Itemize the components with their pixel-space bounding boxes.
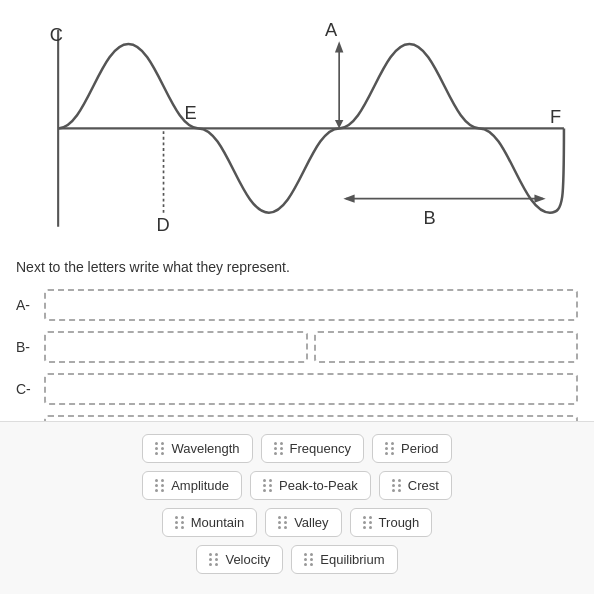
chip-peak-to-peak[interactable]: Peak-to-Peak bbox=[250, 471, 371, 500]
drag-handle-trough bbox=[363, 516, 373, 529]
answer-row-c: C- bbox=[16, 373, 578, 405]
main-container: C E A B D F Next to the letters write wh… bbox=[0, 0, 594, 594]
answer-row-b: B- bbox=[16, 331, 578, 363]
drag-handle-mountain bbox=[175, 516, 185, 529]
chip-label-wavelength: Wavelength bbox=[171, 441, 239, 456]
svg-marker-5 bbox=[335, 41, 343, 52]
chip-frequency[interactable]: Frequency bbox=[261, 434, 364, 463]
chip-label-trough: Trough bbox=[379, 515, 420, 530]
chip-row-1: Wavelength Frequency Period bbox=[16, 434, 578, 463]
chip-row-3: Mountain Valley Trough bbox=[16, 508, 578, 537]
svg-text:D: D bbox=[157, 214, 170, 235]
chip-label-velocity: Velocity bbox=[225, 552, 270, 567]
svg-text:C: C bbox=[50, 24, 63, 45]
answer-input-a[interactable] bbox=[44, 289, 578, 321]
svg-text:A: A bbox=[325, 19, 338, 40]
drag-handle-frequency bbox=[274, 442, 284, 455]
chip-label-valley: Valley bbox=[294, 515, 328, 530]
answer-input-c[interactable] bbox=[44, 373, 578, 405]
chip-row-2: Amplitude Peak-to-Peak Crest bbox=[16, 471, 578, 500]
chip-wavelength[interactable]: Wavelength bbox=[142, 434, 252, 463]
answer-label-a: A- bbox=[16, 297, 44, 313]
drag-handle-velocity bbox=[209, 553, 219, 566]
svg-text:B: B bbox=[423, 207, 435, 228]
answer-input-b2[interactable] bbox=[314, 331, 578, 363]
wave-diagram: C E A B D F bbox=[16, 16, 578, 241]
chip-label-frequency: Frequency bbox=[290, 441, 351, 456]
chip-trough[interactable]: Trough bbox=[350, 508, 433, 537]
chip-amplitude[interactable]: Amplitude bbox=[142, 471, 242, 500]
chip-velocity[interactable]: Velocity bbox=[196, 545, 283, 574]
svg-marker-9 bbox=[343, 194, 354, 202]
instruction-text: Next to the letters write what they repr… bbox=[16, 259, 578, 275]
drag-handle-valley bbox=[278, 516, 288, 529]
chip-label-mountain: Mountain bbox=[191, 515, 244, 530]
chip-label-crest: Crest bbox=[408, 478, 439, 493]
chip-row-4: Velocity Equilibrium bbox=[16, 545, 578, 574]
chip-valley[interactable]: Valley bbox=[265, 508, 341, 537]
chip-mountain[interactable]: Mountain bbox=[162, 508, 257, 537]
answer-label-b: B- bbox=[16, 339, 44, 355]
answer-row-a: A- bbox=[16, 289, 578, 321]
chip-period[interactable]: Period bbox=[372, 434, 452, 463]
answer-input-b1[interactable] bbox=[44, 331, 308, 363]
chip-label-period: Period bbox=[401, 441, 439, 456]
drag-handle-equilibrium bbox=[304, 553, 314, 566]
answer-label-c: C- bbox=[16, 381, 44, 397]
chip-label-equilibrium: Equilibrium bbox=[320, 552, 384, 567]
svg-text:F: F bbox=[550, 106, 561, 127]
drag-handle-peak-to-peak bbox=[263, 479, 273, 492]
drag-handle-amplitude bbox=[155, 479, 165, 492]
chip-label-peak-to-peak: Peak-to-Peak bbox=[279, 478, 358, 493]
drag-handle-crest bbox=[392, 479, 402, 492]
scroll-content: C E A B D F Next to the letters write wh… bbox=[0, 0, 594, 421]
drag-handle-period bbox=[385, 442, 395, 455]
chip-crest[interactable]: Crest bbox=[379, 471, 452, 500]
svg-text:E: E bbox=[185, 102, 197, 123]
drag-chips-area: Wavelength Frequency Period bbox=[0, 421, 594, 594]
chip-label-amplitude: Amplitude bbox=[171, 478, 229, 493]
drag-handle-wavelength bbox=[155, 442, 165, 455]
chip-equilibrium[interactable]: Equilibrium bbox=[291, 545, 397, 574]
svg-marker-10 bbox=[534, 194, 545, 202]
